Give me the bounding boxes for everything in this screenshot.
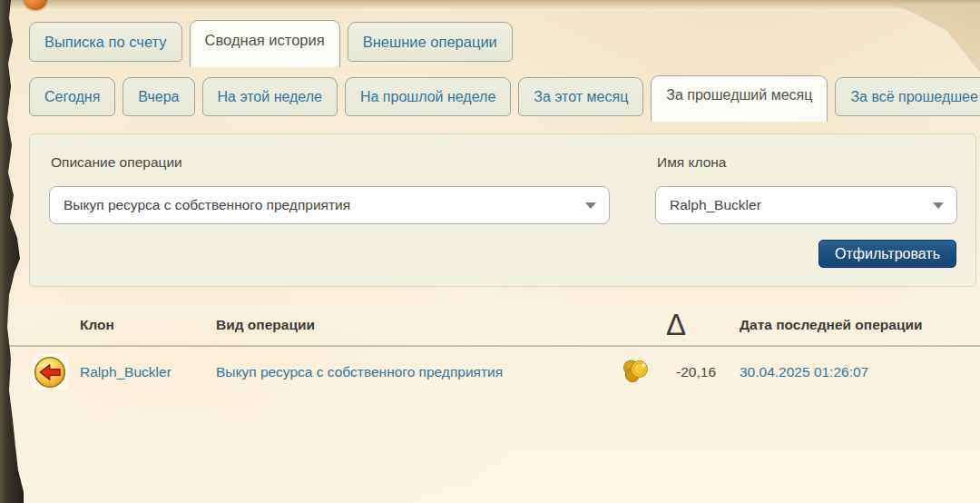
row-marker-cell — [27, 354, 80, 390]
gold-coins-icon — [622, 357, 649, 388]
arrow-left-icon — [32, 354, 68, 390]
header-delta: Δ — [622, 310, 730, 341]
operations-table: Клон Вид операции Δ Дата последней опера… — [0, 305, 980, 398]
row-clone-link[interactable]: Ralph_Buckler — [80, 364, 216, 380]
tab-period-this-week[interactable]: На этой неделе — [202, 77, 338, 116]
tab-summary-history[interactable]: Сводная история — [190, 20, 340, 67]
tab-account-statement[interactable]: Выписка по счету — [29, 22, 182, 62]
tab-period-last-week[interactable]: На прошлой неделе — [345, 77, 511, 116]
row-operation-link[interactable]: Выкуп ресурса с собственного предприятия — [216, 364, 622, 380]
operation-description-field: Описание операции Выкуп ресурса с собств… — [49, 153, 610, 224]
row-delta-value: -20,16 — [676, 364, 716, 380]
apply-filter-button[interactable]: Отфильтровать — [818, 240, 956, 268]
row-delta-cell: -20,16 — [622, 357, 730, 388]
header-clone: Клон — [80, 317, 216, 333]
filter-panel: Описание операции Выкуп ресурса с собств… — [29, 133, 976, 287]
table-row: Ralph_Buckler Выкуп ресурса с собственно… — [0, 347, 980, 398]
primary-tab-bar: Выписка по счету Сводная история Внешние… — [29, 20, 980, 62]
caret-down-icon — [585, 202, 596, 209]
period-tab-bar: Сегодня Вчера На этой неделе На прошлой … — [29, 75, 980, 116]
tab-period-today[interactable]: Сегодня — [29, 77, 115, 116]
operation-description-label: Описание операции — [51, 154, 610, 171]
parchment-page: Выписка по счету Сводная история Внешние… — [0, 0, 980, 503]
tab-period-last-month[interactable]: За прошедший месяц — [651, 75, 828, 122]
operation-description-select[interactable]: Выкуп ресурса с собственного предприятия — [49, 186, 610, 224]
tab-period-yesterday[interactable]: Вчера — [122, 77, 194, 116]
operation-description-value: Выкуп ресурса с собственного предприятия — [64, 197, 576, 213]
clone-name-value: Ralph_Buckler — [670, 197, 924, 213]
tab-period-all-time[interactable]: За всё прошедшее время — [835, 77, 980, 116]
header-last-operation-date: Дата последней операции — [730, 317, 980, 333]
caret-down-icon — [933, 202, 944, 209]
tab-external-operations[interactable]: Внешние операции — [348, 22, 513, 62]
row-last-operation-date: 30.04.2025 01:26:07 — [730, 364, 980, 380]
table-header-row: Клон Вид операции Δ Дата последней опера… — [0, 305, 980, 347]
account-history-panel: Выписка по счету Сводная история Внешние… — [0, 0, 980, 398]
clone-name-label: Имя клона — [657, 154, 957, 171]
tab-period-this-month[interactable]: За этот месяц — [518, 77, 643, 116]
clone-name-select[interactable]: Ralph_Buckler — [655, 186, 957, 224]
header-operation: Вид операции — [216, 317, 622, 333]
clone-name-field: Имя клона Ralph_Buckler — [655, 153, 957, 224]
